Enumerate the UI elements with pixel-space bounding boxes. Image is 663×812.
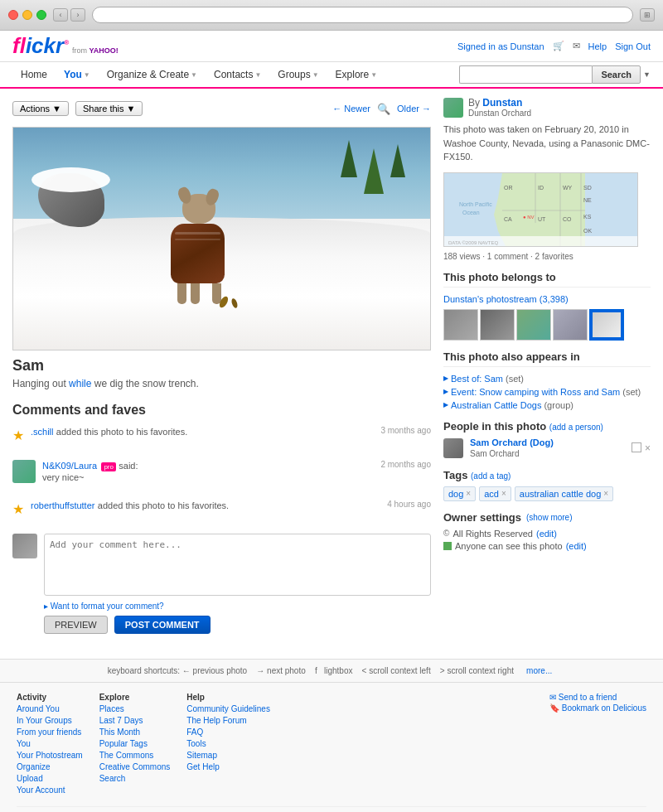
dog-figure bbox=[171, 194, 225, 304]
browser-nav-btns: ‹ › bbox=[53, 8, 85, 22]
rights-edit-link[interactable]: (edit) bbox=[536, 529, 557, 539]
nav-you[interactable]: You ▼ bbox=[56, 64, 99, 85]
preview-button[interactable]: PREVIEW bbox=[44, 616, 108, 634]
footer-this-month[interactable]: This Month bbox=[99, 727, 171, 737]
logo-text: flickr® bbox=[12, 33, 69, 59]
footer-faq[interactable]: FAQ bbox=[186, 727, 270, 737]
nav-explore[interactable]: Explore ▼ bbox=[327, 64, 386, 85]
person-name-link[interactable]: Sam Orchard (Dog) bbox=[470, 437, 554, 447]
visibility-edit-link[interactable]: (edit) bbox=[566, 541, 587, 551]
actions-button[interactable]: Actions ▼ bbox=[12, 101, 69, 116]
thumb-1[interactable] bbox=[443, 309, 478, 341]
tree-2 bbox=[364, 148, 384, 194]
author-link[interactable]: Dunstan bbox=[482, 97, 522, 109]
svg-text:North Pacific: North Pacific bbox=[459, 201, 492, 207]
thumb-2[interactable] bbox=[480, 309, 515, 341]
fav-time-2: 4 hours ago bbox=[379, 500, 431, 509]
footer-around-you[interactable]: Around You bbox=[17, 704, 83, 713]
show-more-link[interactable]: (show more) bbox=[526, 513, 573, 522]
comment-time-1: 2 months ago bbox=[372, 460, 431, 469]
footer-places[interactable]: Places bbox=[99, 704, 171, 713]
nav-home[interactable]: Home bbox=[12, 64, 56, 85]
person-remove-button[interactable]: × bbox=[645, 442, 651, 454]
footer-account[interactable]: Your Account bbox=[17, 785, 83, 795]
resize-button[interactable]: ⊞ bbox=[640, 8, 655, 22]
footer-you[interactable]: You bbox=[17, 739, 83, 748]
person-checkbox[interactable] bbox=[632, 442, 641, 452]
photostream-link[interactable]: Dunstan's photostream (3,398) bbox=[443, 294, 651, 304]
current-user-avatar bbox=[12, 534, 37, 558]
thumb-5-active[interactable] bbox=[589, 309, 624, 341]
nav-organize[interactable]: Organize & Create ▼ bbox=[99, 64, 206, 85]
fav-user-2-link[interactable]: roberthuffstutter bbox=[31, 500, 94, 510]
footer-tools[interactable]: Tools bbox=[186, 739, 270, 748]
thumb-4[interactable] bbox=[553, 309, 588, 341]
back-button[interactable]: ‹ bbox=[53, 8, 68, 22]
footer-photostream[interactable]: Your Photostream bbox=[17, 751, 83, 760]
footer-popular-tags[interactable]: Popular Tags bbox=[99, 739, 171, 748]
username-link[interactable]: Dunstan bbox=[511, 41, 544, 51]
comment-textarea[interactable] bbox=[44, 534, 431, 596]
url-bar[interactable] bbox=[92, 7, 633, 23]
tag-acd-remove[interactable]: × bbox=[501, 489, 506, 498]
footer-search[interactable]: Search bbox=[99, 774, 171, 783]
tag-dog-link[interactable]: dog bbox=[448, 489, 463, 499]
footer-creative-commons[interactable]: Creative Commons bbox=[99, 762, 171, 771]
appears-link-3[interactable]: Australian Cattle Dogs bbox=[451, 400, 541, 410]
commenter-name-1[interactable]: N&K09/Laura bbox=[42, 461, 97, 471]
tag-dog[interactable]: dog × bbox=[443, 486, 476, 501]
footer-organize[interactable]: Organize bbox=[17, 762, 83, 771]
zoom-button[interactable] bbox=[36, 10, 46, 20]
tree-3 bbox=[390, 144, 405, 177]
comment-input-area: ▸ Want to format your comment? PREVIEW P… bbox=[12, 534, 431, 634]
tag-acd-full-link[interactable]: australian cattle dog bbox=[520, 489, 601, 499]
search-dropdown-arrow[interactable]: ▼ bbox=[643, 70, 651, 79]
footer-help-forum[interactable]: The Help Forum bbox=[186, 716, 270, 725]
format-link[interactable]: ▸ Want to format your comment? bbox=[44, 602, 431, 611]
appears-link-2[interactable]: Event: Snow camping with Ross and Sam bbox=[451, 387, 620, 397]
add-person-link[interactable]: (add a person) bbox=[549, 423, 603, 432]
add-tag-link[interactable]: (add a tag) bbox=[471, 471, 511, 481]
tag-acd-link[interactable]: acd bbox=[484, 489, 499, 499]
footer-last7[interactable]: Last 7 Days bbox=[99, 716, 171, 725]
nav-groups[interactable]: Groups ▼ bbox=[269, 64, 327, 85]
older-link[interactable]: Older → bbox=[397, 104, 431, 114]
thumb-3[interactable] bbox=[516, 309, 551, 341]
help-link[interactable]: Help bbox=[588, 41, 607, 51]
newer-link[interactable]: ← Newer bbox=[332, 104, 370, 114]
minimize-button[interactable] bbox=[22, 10, 32, 20]
footer-commons[interactable]: The Commons bbox=[99, 751, 171, 760]
close-button[interactable] bbox=[8, 10, 18, 20]
post-comment-button[interactable]: POST COMMENT bbox=[114, 616, 211, 634]
send-to-friend-link[interactable]: ✉ Send to a friend bbox=[549, 693, 646, 702]
tag-acd[interactable]: acd × bbox=[479, 486, 511, 501]
also-appears-section: This photo also appears in Best of: Sam … bbox=[443, 350, 651, 410]
svg-text:ID: ID bbox=[538, 185, 544, 191]
photo-info-section: Sam Hanging out while we dig the snow tr… bbox=[12, 357, 431, 389]
share-button[interactable]: Share this ▼ bbox=[75, 101, 143, 116]
sign-out-link[interactable]: Sign Out bbox=[615, 41, 651, 51]
search-input[interactable] bbox=[459, 65, 592, 84]
footer-get-help[interactable]: Get Help bbox=[186, 762, 270, 771]
svg-text:WY: WY bbox=[563, 185, 573, 191]
search-button[interactable]: Search bbox=[592, 65, 641, 84]
forward-button[interactable]: › bbox=[70, 8, 85, 22]
tag-australian-cattle-dog[interactable]: australian cattle dog × bbox=[515, 486, 613, 501]
bookmark-delicious-link[interactable]: 🔖 Bookmark on Delicious bbox=[549, 703, 646, 713]
signed-in-text: Signed in as Dunstan bbox=[457, 41, 544, 51]
appears-link-1[interactable]: Best of: Sam bbox=[451, 374, 503, 384]
keyboard-more-link[interactable]: more... bbox=[526, 666, 552, 675]
footer-in-groups[interactable]: In Your Groups bbox=[17, 716, 83, 725]
footer-sitemap[interactable]: Sitemap bbox=[186, 751, 270, 760]
map-container[interactable]: North Pacific Ocean OR ID WY SD NE CA bbox=[443, 172, 638, 247]
search-context-icon[interactable]: 🔍 bbox=[377, 103, 390, 115]
photo-stats: 188 views · 1 comment · 2 favorites bbox=[443, 252, 651, 261]
footer-from-friends[interactable]: From your friends bbox=[17, 727, 83, 737]
fav-user-1-link[interactable]: .schill bbox=[31, 427, 54, 437]
footer-upload[interactable]: Upload bbox=[17, 774, 83, 783]
nav-contacts[interactable]: Contacts ▼ bbox=[206, 64, 269, 85]
flickr-logo[interactable]: flickr® from YAHOO! bbox=[12, 33, 119, 59]
footer-community-guidelines[interactable]: Community Guidelines bbox=[186, 704, 270, 713]
tag-dog-remove[interactable]: × bbox=[466, 489, 471, 498]
tag-acd-full-remove[interactable]: × bbox=[603, 489, 608, 498]
